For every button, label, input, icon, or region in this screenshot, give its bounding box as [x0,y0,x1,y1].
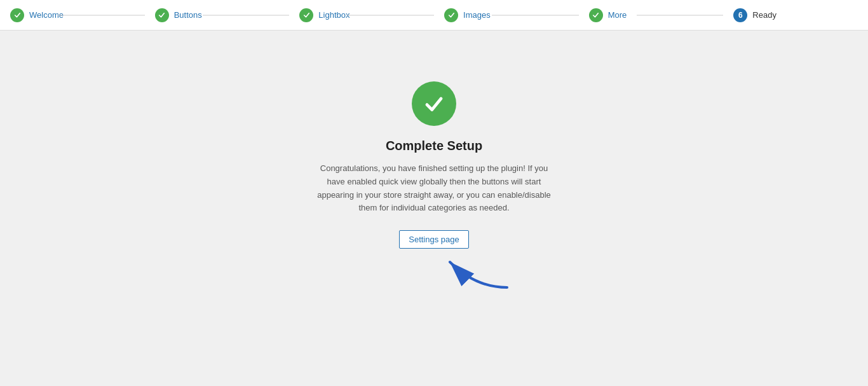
step-icon-buttons [155,8,169,22]
step-label-images: Images [463,10,491,20]
step-label-lightbox: Lightbox [318,10,349,20]
wizard-step-ready[interactable]: 6Ready [723,0,868,31]
step-label-buttons: Buttons [174,10,202,20]
step-label-welcome: Welcome [29,10,64,20]
main-content: Complete Setup Congratulations, you have… [0,31,868,249]
setup-title: Complete Setup [386,139,482,153]
wizard-step-welcome[interactable]: Welcome [0,0,145,31]
wizard-step-lightbox[interactable]: Lightbox [289,0,434,31]
wizard-step-more[interactable]: More [579,0,724,31]
wizard-nav: WelcomeButtonsLightboxImagesMore6Ready [0,0,868,31]
step-icon-images [444,8,458,22]
step-label-more: More [608,10,627,20]
step-icon-lightbox [299,8,313,22]
step-icon-welcome [10,8,24,22]
wizard-step-images[interactable]: Images [434,0,579,31]
settings-page-button[interactable]: Settings page [399,230,469,249]
step-icon-more [589,8,603,22]
setup-description: Congratulations, you have finished setti… [310,162,558,215]
step-label-ready: Ready [752,10,776,20]
step-icon-ready: 6 [733,8,747,22]
arrow-icon [437,249,513,294]
wizard-steps: WelcomeButtonsLightboxImagesMore6Ready [0,0,868,31]
success-icon-circle [412,81,456,126]
wizard-step-buttons[interactable]: Buttons [145,0,290,31]
